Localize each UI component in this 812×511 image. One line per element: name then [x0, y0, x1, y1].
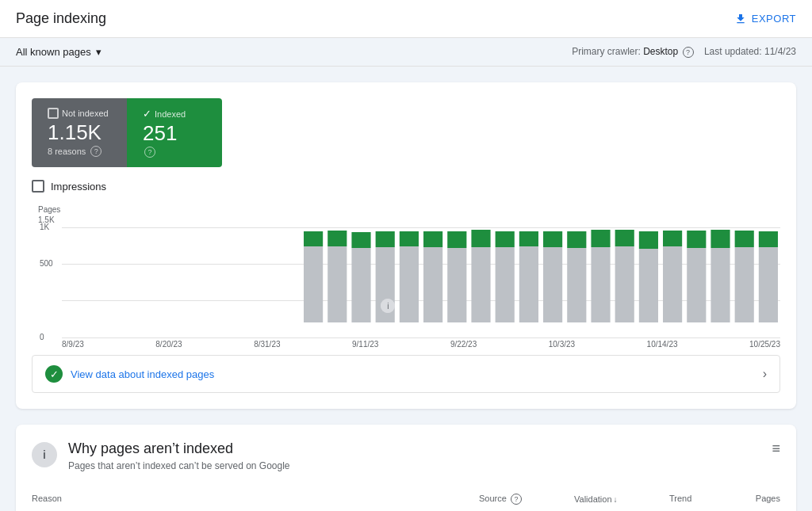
indexed-tab[interactable]: ✓ Indexed 251 ? — [127, 98, 222, 167]
x-tick-5: 9/22/23 — [450, 340, 477, 349]
impressions-label: Impressions — [51, 181, 106, 193]
export-icon — [734, 13, 747, 25]
top-bar: Page indexing EXPORT — [0, 0, 812, 38]
filter-dropdown[interactable]: All known pages ▾ — [16, 46, 102, 58]
crawler-help-icon[interactable]: ? — [683, 47, 694, 58]
why-subtitle: Pages that aren’t indexed can’t be serve… — [68, 460, 290, 471]
x-tick-7: 10/14/23 — [647, 340, 678, 349]
index-status-card: Not indexed 1.15K 8 reasons ? ✓ Indexed … — [16, 82, 796, 409]
svg-rect-8 — [400, 246, 419, 322]
view-data-label: View data about indexed pages — [71, 368, 214, 380]
indexed-help-icon[interactable]: ? — [144, 147, 155, 158]
not-indexed-tab[interactable]: Not indexed 1.15K 8 reasons ? — [32, 98, 127, 167]
svg-rect-36 — [735, 247, 754, 322]
chart-area: 1K 500 0 — [38, 227, 780, 338]
col-pages: Pages — [733, 494, 780, 505]
impressions-row: Impressions — [32, 180, 780, 193]
col-trend: Trend — [669, 494, 733, 505]
chevron-down-icon: ▾ — [96, 46, 102, 58]
view-data-left: ✓ View data about indexed pages — [45, 365, 214, 383]
svg-rect-33 — [687, 231, 706, 248]
col-validation: Validation ↓ — [574, 494, 669, 505]
svg-rect-16 — [496, 247, 515, 322]
svg-rect-28 — [639, 249, 658, 322]
svg-rect-24 — [591, 247, 610, 322]
x-tick-2: 8/20/23 — [155, 340, 182, 349]
svg-rect-35 — [710, 230, 730, 248]
x-axis: 8/9/23 8/20/23 8/31/23 9/11/23 9/22/23 1… — [62, 340, 780, 349]
svg-rect-9 — [400, 231, 419, 246]
table-header: Reason Source ? Validation ↓ Trend Pages — [32, 487, 780, 511]
page-title: Page indexing — [16, 10, 106, 27]
svg-rect-31 — [663, 231, 682, 246]
svg-rect-3 — [327, 231, 347, 246]
svg-rect-32 — [687, 248, 706, 322]
not-indexed-help-icon[interactable]: ? — [90, 146, 102, 157]
x-tick-3: 8/31/23 — [254, 340, 280, 349]
svg-rect-11 — [423, 231, 442, 247]
info-icon: i — [32, 442, 57, 467]
svg-rect-14 — [471, 247, 490, 322]
export-button[interactable]: EXPORT — [734, 13, 796, 25]
index-tabs: Not indexed 1.15K 8 reasons ? ✓ Indexed … — [32, 98, 254, 167]
svg-rect-26 — [615, 246, 634, 322]
svg-rect-22 — [567, 248, 586, 322]
svg-rect-34 — [710, 248, 730, 322]
svg-rect-37 — [735, 231, 754, 247]
svg-rect-20 — [543, 247, 562, 322]
main-content: Not indexed 1.15K 8 reasons ? ✓ Indexed … — [0, 67, 812, 511]
svg-rect-5 — [351, 232, 370, 248]
not-indexed-value: 1.15K — [48, 122, 111, 143]
svg-rect-30 — [663, 246, 682, 322]
svg-rect-12 — [447, 248, 466, 322]
validation-sort-icon: ↓ — [614, 495, 618, 504]
indexed-check-icon: ✓ — [45, 365, 63, 383]
why-title: Why pages aren’t indexed — [68, 440, 290, 457]
chart-y-max: 1.5K — [38, 215, 780, 224]
why-section-header: i Why pages aren’t indexed Pages that ar… — [32, 440, 780, 471]
x-tick-8: 10/25/23 — [749, 340, 780, 349]
y-tick-500: 500 — [40, 259, 53, 268]
why-text: Why pages aren’t indexed Pages that aren… — [68, 440, 290, 471]
col-source: Source ? — [479, 494, 574, 505]
impressions-checkbox[interactable] — [32, 180, 44, 193]
y-tick-1k: 1K — [40, 223, 49, 231]
y-tick-0: 0 — [40, 333, 44, 341]
view-data-link[interactable]: ✓ View data about indexed pages › — [32, 355, 780, 393]
svg-rect-15 — [471, 230, 490, 247]
chart-bars — [62, 227, 780, 322]
not-indexed-sub: 8 reasons ? — [48, 146, 111, 157]
chart-container: Pages 1.5K 1K 500 0 — [38, 205, 780, 349]
svg-rect-38 — [759, 247, 778, 322]
view-data-chevron: › — [763, 367, 767, 381]
filter-label: All known pages — [16, 46, 91, 58]
crawler-info: Primary crawler: Desktop ? Last updated:… — [572, 46, 796, 58]
svg-rect-25 — [591, 230, 610, 247]
col-reason: Reason — [32, 494, 479, 505]
svg-rect-2 — [327, 246, 347, 322]
indexed-sub: ? — [143, 147, 206, 158]
svg-rect-19 — [519, 231, 538, 246]
svg-rect-13 — [447, 231, 466, 248]
svg-rect-1 — [304, 231, 323, 246]
filter-bar: All known pages ▾ Primary crawler: Deskt… — [0, 38, 812, 67]
svg-rect-18 — [519, 246, 538, 322]
x-tick-6: 10/3/23 — [549, 340, 575, 349]
svg-rect-27 — [615, 230, 634, 246]
svg-rect-7 — [376, 231, 395, 247]
source-help-icon[interactable]: ? — [511, 494, 522, 505]
x-tick-1: 8/9/23 — [62, 340, 84, 349]
svg-rect-23 — [567, 231, 586, 248]
svg-rect-0 — [304, 246, 323, 322]
indexed-label: ✓ Indexed — [143, 108, 206, 120]
x-tick-4: 9/11/23 — [352, 340, 378, 349]
filter-lines-icon[interactable]: ≡ — [772, 440, 780, 457]
svg-rect-39 — [759, 231, 778, 247]
svg-rect-17 — [496, 231, 515, 247]
not-indexed-label: Not indexed — [48, 108, 111, 119]
svg-rect-10 — [423, 247, 442, 322]
why-left: i Why pages aren’t indexed Pages that ar… — [32, 440, 290, 471]
chart-y-label: Pages — [38, 205, 780, 214]
svg-rect-21 — [543, 231, 562, 247]
svg-rect-4 — [351, 248, 370, 322]
